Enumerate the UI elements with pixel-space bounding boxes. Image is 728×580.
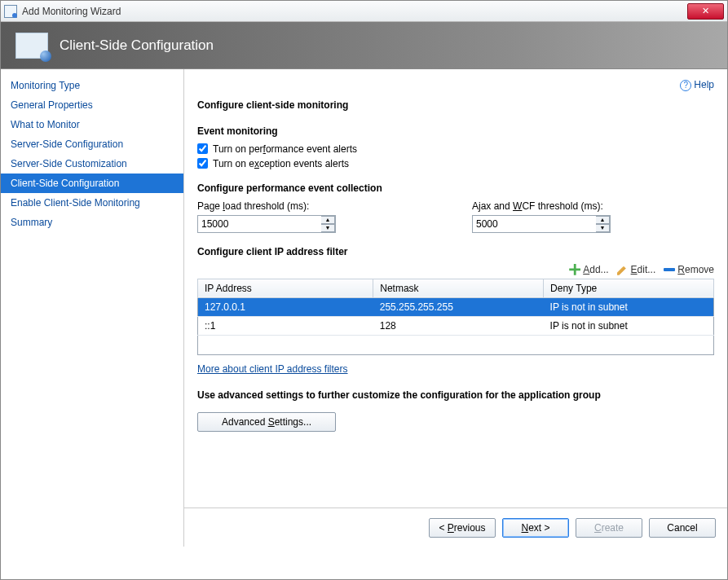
wizard-footer: < Previous Next > Create Cancel: [184, 508, 727, 547]
page-heading: Configure client-side monitoring: [197, 99, 714, 111]
minus-icon: [664, 264, 675, 275]
ip-filter-help-link[interactable]: More about client IP address filters: [197, 363, 348, 375]
page-load-threshold-label: Page load threshold (ms):: [197, 200, 439, 212]
help-icon: ?: [680, 80, 691, 91]
wizard-content: ?Help Configure client-side monitoring E…: [184, 69, 727, 547]
perf-alerts-checkbox[interactable]: [197, 143, 208, 154]
banner-icon: [15, 33, 48, 59]
exception-alerts-label: Turn on exception events alerts: [213, 158, 349, 169]
step-what-to-monitor[interactable]: What to Monitor: [1, 115, 183, 134]
advanced-desc: Use advanced settings to further customi…: [197, 389, 714, 401]
pencil-icon: [617, 264, 629, 275]
window-close-button[interactable]: ✕: [687, 3, 724, 20]
next-button[interactable]: Next >: [502, 518, 569, 538]
step-server-side-customization[interactable]: Server-Side Customization: [1, 154, 183, 174]
step-summary[interactable]: Summary: [1, 213, 183, 232]
ajax-spin-up[interactable]: ▲: [596, 216, 610, 224]
table-row[interactable]: 127.0.0.1 255.255.255.255 IP is not in s…: [198, 297, 714, 316]
ip-remove-button[interactable]: Remove: [664, 264, 714, 275]
exception-alerts-checkbox[interactable]: [197, 158, 208, 169]
cancel-button[interactable]: Cancel: [649, 518, 716, 538]
ip-filter-table[interactable]: IP Address Netmask Deny Type 127.0.0.1 2…: [197, 279, 714, 355]
page-load-threshold-input[interactable]: [197, 215, 336, 233]
page-load-spin-down[interactable]: ▼: [321, 224, 335, 232]
step-general-properties[interactable]: General Properties: [1, 95, 183, 115]
col-deny-type[interactable]: Deny Type: [544, 279, 714, 297]
col-netmask[interactable]: Netmask: [373, 279, 544, 297]
ip-edit-button[interactable]: Edit...: [617, 264, 656, 275]
window-title: Add Monitoring Wizard: [22, 6, 687, 17]
event-monitoring-heading: Event monitoring: [197, 125, 714, 137]
step-enable-client-side-monitoring[interactable]: Enable Client-Side Monitoring: [1, 193, 183, 213]
plus-icon: [569, 264, 580, 275]
step-client-side-configuration[interactable]: Client-Side Configuration: [1, 174, 183, 193]
app-icon: [4, 5, 17, 18]
ajax-threshold-label: Ajax and WCF threshold (ms):: [472, 200, 714, 212]
create-button: Create: [576, 518, 642, 538]
close-icon: ✕: [702, 6, 709, 16]
banner-title: Client-Side Configuration: [60, 37, 214, 54]
wizard-banner: Client-Side Configuration: [1, 22, 727, 69]
col-ip-address[interactable]: IP Address: [198, 279, 373, 297]
ajax-threshold-input[interactable]: [472, 215, 611, 233]
advanced-settings-button[interactable]: Advanced Settings...: [197, 412, 336, 432]
table-row[interactable]: [198, 335, 714, 354]
table-row[interactable]: ::1 128 IP is not in subnet: [198, 316, 714, 335]
step-monitoring-type[interactable]: Monitoring Type: [1, 76, 183, 95]
previous-button[interactable]: < Previous: [429, 518, 496, 538]
page-load-spin-up[interactable]: ▲: [321, 216, 335, 224]
step-server-side-configuration[interactable]: Server-Side Configuration: [1, 134, 183, 154]
help-link[interactable]: Help: [694, 79, 714, 90]
ajax-spin-down[interactable]: ▼: [596, 224, 610, 232]
ip-add-button[interactable]: Add...: [569, 264, 608, 275]
perf-alerts-label: Turn on performance event alerts: [213, 143, 357, 155]
perf-collection-heading: Configure performance event collection: [197, 182, 714, 194]
wizard-steps-sidebar: Monitoring Type General Properties What …: [1, 69, 184, 547]
ip-filter-heading: Configure client IP address filter: [197, 246, 714, 257]
